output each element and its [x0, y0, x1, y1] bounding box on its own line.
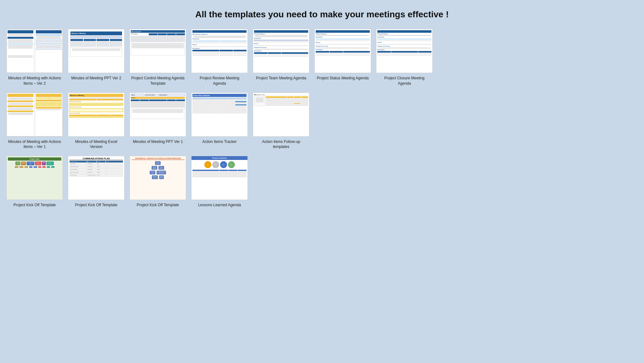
card-action-followup[interactable]: ■■■ [toolbar icons]: [253, 93, 309, 150]
thumbnail-kickoff-escalation: TECHNICAL CONTACTS & ESCALATION PROCESS …: [130, 156, 186, 200]
card-project-closure-agenda[interactable]: Meeting Goal Objectives Meeting Details …: [376, 29, 433, 86]
page-title: All the templates you need to make your …: [6, 6, 638, 23]
card-label-mom-excel: Minutes of Meeting Excel Version: [69, 139, 123, 150]
card-project-status-agenda[interactable]: Meeting Goal Objectives Meeting Details …: [314, 29, 371, 86]
card-label-project-control-agenda: Project Control Meeting Agenda Template: [131, 76, 185, 86]
card-label-project-team-agenda: Project Team Meeting Agenda: [256, 76, 306, 81]
card-label-kickoff-comms: Project Kick Off Template: [75, 202, 117, 208]
card-label-kickoff-escalation: Project Kick Off Template: [137, 202, 179, 208]
thumbnail-action-items-tracker: Action Items Template: [191, 93, 248, 137]
thumbnail-mom-ppt-ver2: Minutes of Meeting: [68, 29, 125, 73]
card-kickoff-escalation[interactable]: TECHNICAL CONTACTS & ESCALATION PROCESS …: [130, 156, 186, 208]
card-mom-ppt-ver1[interactable]: Meeting Project Status Update Meeting Ob…: [130, 93, 186, 150]
thumbnail-minutes-meeting-ver2: [6, 29, 63, 73]
card-label-project-closure-agenda: Project Closure Meeting Agenda: [378, 76, 431, 86]
thumbnail-lessons-learned: Project Initiation Whatwentwell? What di…: [191, 156, 248, 200]
card-kickoff-comms[interactable]: COMMUNICATIONS PLAN Communication Type O…: [68, 156, 125, 208]
card-label-kickoff-org: Project Kick Off Template: [14, 202, 56, 208]
card-action-items-tracker[interactable]: Action Items Template: [191, 93, 248, 150]
card-label-lessons-learned: Lessons Learned Agenda: [198, 202, 241, 208]
card-label-minutes-meeting-ver1: Minutes of Meeting with Actions Items – …: [8, 139, 61, 150]
card-mom-excel[interactable]: Minutes of Meeting Brief Description / A…: [68, 93, 125, 150]
thumbnail-project-team-agenda: Meeting Goal Objectives Meeting Details …: [253, 29, 309, 73]
thumbnail-action-followup: ■■■ [toolbar icons]: [253, 93, 309, 137]
card-label-project-status-agenda: Project Status Meeting Agenda: [317, 76, 369, 81]
card-label-project-review-agenda: Project Review Meeting Agenda: [193, 76, 246, 86]
thumbnail-minutes-meeting-ver1: [6, 93, 63, 137]
thumbnail-project-control-agenda: Meeting Agenda Meeting | Agenda: [130, 29, 186, 73]
row-2: Minutes of Meeting with Actions Items – …: [6, 93, 638, 150]
card-label-action-followup: Action Items Follow-up templates: [254, 139, 308, 150]
card-lessons-learned[interactable]: Project Initiation Whatwentwell? What di…: [191, 156, 248, 208]
thumbnail-mom-excel: Minutes of Meeting Brief Description / A…: [68, 93, 125, 137]
card-kickoff-org[interactable]: Project Team ProjectControl Analysis Dev…: [6, 156, 63, 208]
thumbnail-kickoff-comms: COMMUNICATIONS PLAN Communication Type O…: [68, 156, 125, 200]
card-label-minutes-meeting-ver2: Minutes of Meeting with Actions Items – …: [8, 76, 61, 86]
row-3: Project Team ProjectControl Analysis Dev…: [6, 156, 638, 208]
card-mom-ppt-ver2[interactable]: Minutes of Meeting: [68, 29, 125, 86]
thumbnail-kickoff-org: Project Team ProjectControl Analysis Dev…: [6, 156, 63, 200]
template-grid: Minutes of Meeting with Actions Items – …: [6, 29, 638, 208]
thumbnail-project-status-agenda: Meeting Goal Objectives Meeting Details …: [314, 29, 371, 73]
row-1: Minutes of Meeting with Actions Items – …: [6, 29, 638, 86]
card-project-review-agenda[interactable]: Meeting Goal / Objectives Meeting Detail…: [191, 29, 248, 86]
card-label-action-items-tracker: Action Items Tracker: [202, 139, 236, 145]
card-label-mom-ppt-ver1: Minutes of Meeting PPT Ver 1: [133, 139, 183, 145]
thumbnail-project-closure-agenda: Meeting Goal Objectives Meeting Details …: [376, 29, 433, 73]
card-label-mom-ppt-ver2: Minutes of Meeting PPT Ver 2: [71, 76, 121, 81]
thumbnail-project-review-agenda: Meeting Goal / Objectives Meeting Detail…: [191, 29, 248, 73]
card-project-control-agenda[interactable]: Meeting Agenda Meeting | Agenda: [130, 29, 186, 86]
card-project-team-agenda[interactable]: Meeting Goal Objectives Meeting Details …: [253, 29, 309, 86]
card-minutes-meeting-ver2[interactable]: Minutes of Meeting with Actions Items – …: [6, 29, 63, 86]
card-minutes-meeting-ver1[interactable]: Minutes of Meeting with Actions Items – …: [6, 93, 63, 150]
thumbnail-mom-ppt-ver1: Meeting Project Status Update Meeting Ob…: [130, 93, 186, 137]
